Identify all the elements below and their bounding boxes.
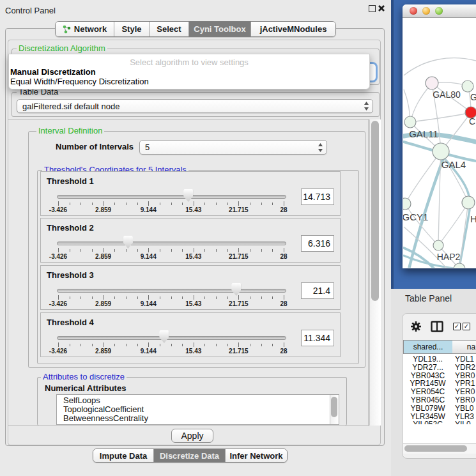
table-row[interactable]: YIL052CYIL0 (403, 420, 476, 424)
slider-tick (216, 344, 217, 346)
cell-shared-name[interactable]: YDR27... (403, 364, 452, 372)
network-node-label: C (469, 116, 475, 127)
zoom-traffic-light[interactable] (435, 7, 443, 15)
table-row[interactable]: YDL19...YDL1 (403, 355, 476, 364)
tab-infer-network[interactable]: Infer Network (226, 449, 287, 462)
threshold-value-field[interactable]: 21.4 (301, 282, 334, 299)
network-node-H-node[interactable] (462, 196, 475, 209)
slider-tick-label: -3.426 (39, 300, 77, 307)
slider-tick-label: 2.859 (84, 206, 123, 213)
slider-handle[interactable] (123, 236, 133, 249)
slider-handle[interactable] (183, 189, 193, 202)
slider-track[interactable] (57, 242, 286, 245)
slider-tick (194, 342, 194, 347)
table-row[interactable]: YBL079WYBL0 (403, 404, 476, 413)
cell-name[interactable]: YDL1 (452, 355, 474, 364)
slider-tick (171, 344, 172, 346)
network-edge[interactable] (404, 58, 476, 75)
minimize-traffic-light[interactable] (422, 7, 430, 15)
slider-tick (284, 342, 284, 347)
tab-cyni-toolbox[interactable]: Cyni Toolbox (189, 22, 251, 36)
slider-tick (250, 203, 250, 205)
slider-track[interactable] (57, 336, 286, 340)
table-hscrollbar-thumb[interactable] (404, 445, 467, 452)
numerical-attributes-list[interactable]: SelfLoopsTopologicalCoefficientBetweenne… (56, 394, 339, 425)
slider-tick (238, 248, 239, 252)
threshold-panel-1: Threshold 1-3.4262.8599.14415.4321.71528… (40, 171, 341, 216)
attributes-scrollbar-thumb[interactable] (331, 397, 337, 417)
slider-tick (92, 203, 93, 205)
attribute-list-item[interactable]: TopologicalCoefficient (57, 405, 339, 414)
threshold-label: Threshold 3 (47, 270, 94, 280)
attribute-list-item[interactable]: SelfLoops (57, 396, 339, 405)
slider-tick (160, 249, 160, 252)
table-row[interactable]: YDR27...YDR2 (403, 364, 476, 372)
slider-handle[interactable] (231, 283, 241, 296)
slider-tick (137, 296, 138, 299)
tab-style[interactable]: Style (114, 22, 150, 36)
slider-tick-label: 28 (265, 206, 303, 213)
table-row[interactable]: YBR045CYBR0 (403, 396, 476, 404)
network-canvas[interactable]: GAL80GACGAL11GAL4GCY1HHAP2 (403, 18, 476, 268)
control-panel-tabs: Network Style Select Cyni Toolbox jActiv… (55, 21, 336, 37)
slider-tick (194, 201, 194, 206)
slider-tick (148, 295, 149, 300)
tab-discretize-data[interactable]: Discretize Data (154, 449, 226, 462)
cell-name[interactable]: YBL0 (452, 404, 473, 413)
dropdown-option-equal-width-frequency[interactable]: Equal Width/Frequency Discretization (10, 77, 149, 86)
dropdown-option-manual-discretization[interactable]: Manual Discretization (10, 67, 96, 77)
column-view-icon[interactable] (431, 321, 443, 332)
cell-shared-name[interactable]: YBL079W (403, 404, 452, 413)
checkbox-icon[interactable]: ✓ (453, 323, 461, 330)
slider-track[interactable] (57, 195, 286, 199)
column-header-name[interactable]: na (452, 340, 476, 354)
table-data-combo[interactable]: galFiltered.sif default node (17, 99, 373, 113)
network-edge[interactable] (459, 203, 468, 268)
number-of-intervals-combo[interactable]: 5 (139, 140, 327, 155)
network-node-GAL11-node[interactable] (404, 116, 416, 128)
threshold-value-field[interactable]: 14.713 (301, 188, 334, 205)
threshold-value-field[interactable]: 11.344 (301, 330, 334, 346)
float-window-icon[interactable] (369, 5, 376, 12)
tab-impute-data[interactable]: Impute Data (93, 449, 154, 462)
close-traffic-light[interactable] (410, 7, 417, 15)
slider-tick (238, 342, 239, 347)
network-node-GAL80-node[interactable] (426, 77, 438, 89)
close-icon[interactable] (378, 4, 385, 12)
cell-name[interactable]: YBR0 (452, 396, 475, 404)
slider-tick-label: 2.859 (84, 348, 123, 355)
main-scrollbar-thumb[interactable] (371, 121, 379, 301)
tab-network[interactable]: Network (56, 22, 114, 36)
tab-select[interactable]: Select (150, 22, 189, 36)
checkbox-icon[interactable]: ✓ (463, 323, 470, 330)
network-node-GAL4-node[interactable] (433, 143, 449, 160)
network-edge[interactable] (410, 112, 471, 122)
network-window-titlebar[interactable] (403, 4, 476, 18)
discretization-algorithm-group-title: Discretization Algorithm (17, 44, 107, 53)
slider-tick (284, 201, 284, 206)
network-node-GA-node[interactable] (462, 81, 473, 92)
slider-tick (182, 344, 183, 346)
window-title: Control Panel (5, 6, 56, 15)
slider-track[interactable] (57, 289, 286, 293)
slider-tick-label: 15.43 (174, 348, 213, 355)
network-node-HAP2-node[interactable] (433, 240, 443, 250)
threshold-value-field[interactable]: 6.316 (301, 235, 334, 252)
gear-icon[interactable] (410, 321, 422, 332)
network-node-GCY1-node[interactable] (403, 198, 411, 210)
slider-tick (227, 249, 228, 252)
attribute-list-item[interactable]: BetweennessCentrality (57, 414, 339, 423)
slider-tick (104, 295, 104, 300)
threshold-panel-2: Threshold 2-3.4262.8599.14415.4321.71528… (40, 218, 341, 263)
slider-tick (92, 249, 93, 252)
cell-shared-name[interactable]: YBR045C (403, 396, 452, 404)
column-header-shared-name[interactable]: shared... (403, 340, 453, 354)
cell-name[interactable]: YIL0 (452, 420, 471, 424)
apply-button[interactable]: Apply (171, 429, 213, 443)
number-of-intervals-label: Number of Intervals (56, 142, 134, 151)
slider-handle[interactable] (159, 330, 169, 343)
cell-name[interactable]: YDR2 (452, 364, 475, 372)
cell-shared-name[interactable]: YIL052C (403, 420, 452, 424)
tab-jactivemnodules[interactable]: jActiveMNodules (251, 22, 335, 36)
cell-shared-name[interactable]: YDL19... (403, 355, 452, 364)
